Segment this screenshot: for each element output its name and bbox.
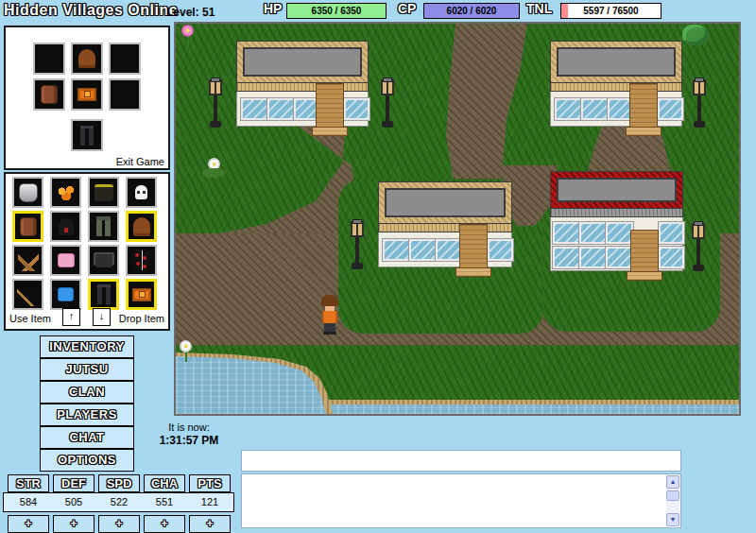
menu-button-inventory[interactable]: INVENTORY (40, 335, 134, 358)
window (267, 98, 295, 120)
up-arrow-icon: ↑ (69, 310, 75, 321)
brown-hair-icon (78, 49, 95, 68)
equip-slot-head-empty[interactable] (33, 43, 65, 75)
use-item-button[interactable]: Use Item (9, 313, 51, 324)
window (409, 239, 437, 261)
lamp-head (381, 79, 394, 95)
player-torso (322, 311, 337, 323)
lamp-pole (386, 95, 389, 121)
inv-slot-skull-mask[interactable] (126, 177, 157, 208)
inv-slot-nunchucks[interactable] (12, 245, 43, 276)
inv-slot-brown-gloves-equipped[interactable] (12, 211, 43, 242)
menu-button-chat[interactable]: CHAT (40, 426, 134, 449)
inv-slot-brown-hair-equipped[interactable] (126, 211, 157, 242)
lamp-pole (214, 95, 217, 121)
scrollbar-up-button[interactable]: ▲ (666, 475, 679, 489)
stat-value-pts: 121 (190, 496, 230, 507)
equip-slot-pants[interactable] (71, 119, 103, 151)
house-roof (243, 47, 362, 77)
inv-slot-black-hair[interactable] (50, 211, 81, 242)
stat-value-spd: 522 (99, 496, 139, 507)
inv-slot-blue-shirt[interactable] (50, 279, 81, 310)
equip-slot-empty-1[interactable] (109, 43, 141, 75)
drop-item-button[interactable]: Drop Item (119, 313, 164, 324)
game-map[interactable] (174, 22, 741, 416)
house-roof (557, 178, 677, 202)
menu-button-jutsu[interactable]: JUTSU (40, 358, 134, 381)
increase-pts-button[interactable]: + (189, 515, 231, 533)
black-hair-icon (59, 218, 74, 235)
inv-slot-pink-shirt[interactable] (50, 245, 81, 276)
black-robe-red-clouds-icon (133, 250, 149, 270)
orange-belt-icon (132, 288, 151, 301)
inv-slot-orange-belt-equipped[interactable] (126, 279, 157, 310)
window (383, 239, 410, 261)
house-door (629, 83, 658, 129)
equip-slot-belt[interactable] (71, 78, 103, 111)
equip-slot-empty-2[interactable] (109, 78, 141, 111)
house-wall (550, 92, 682, 127)
scrollbar-down-button[interactable]: ▼ (666, 513, 679, 526)
house-wall (550, 217, 683, 271)
stat-value-def: 505 (54, 496, 94, 507)
tnl-value: 5597 / 76500 (583, 6, 638, 16)
tnl-bar: 5597 / 76500 (560, 3, 662, 19)
inv-slot-dark-shoulder-armor[interactable] (88, 245, 119, 276)
chat-input[interactable] (241, 450, 681, 472)
scroll-up-button[interactable]: ↑ (62, 308, 80, 326)
inv-slot-dark-pants-equipped[interactable] (88, 279, 119, 310)
flower-stem (187, 37, 189, 46)
inv-slot-silver-chest-armor[interactable] (12, 177, 43, 208)
equip-slot-gloves[interactable] (33, 78, 65, 111)
inv-slot-gold-ore[interactable] (50, 177, 81, 208)
window (344, 98, 369, 120)
inventory-panel: Use Item ↑ ↓ Drop Item (4, 172, 170, 331)
increase-cha-button[interactable]: + (144, 515, 185, 533)
inv-slot-wooden-staff[interactable] (12, 279, 43, 310)
brown-gloves-icon (41, 85, 58, 104)
increase-def-button[interactable]: + (53, 515, 94, 533)
house-top-right (550, 41, 682, 127)
stat-value-cha: 551 (145, 496, 184, 507)
house-door (630, 230, 659, 273)
house-roof (385, 188, 506, 217)
inv-slot-dark-armor-yellow[interactable] (88, 177, 119, 208)
skull-mask-icon (135, 185, 147, 199)
lamp-pole (697, 95, 701, 121)
pink-flower-icon (181, 25, 194, 46)
scroll-down-arrow-icon: ▼ (670, 516, 677, 523)
house-fascia (550, 209, 683, 217)
window (579, 222, 607, 244)
window (241, 98, 268, 120)
lamp-base (694, 121, 705, 128)
window (658, 98, 683, 120)
equip-slot-hair[interactable] (71, 43, 103, 75)
stat-header-str: STR (8, 474, 49, 492)
lamp-base (210, 121, 221, 128)
house-door (316, 83, 344, 129)
menu-button-options[interactable]: OPTIONS (40, 449, 134, 472)
chat-log[interactable]: ▲ ▼ (241, 473, 681, 528)
house-wall (236, 92, 369, 127)
wooden-staff-icon (17, 284, 40, 306)
hp-label: HP (264, 1, 282, 16)
menu-button-clan[interactable]: CLAN (40, 381, 134, 404)
scroll-down-button[interactable]: ↓ (93, 308, 111, 326)
lamp-post-icon (692, 79, 707, 130)
stat-header-def: DEF (53, 474, 94, 492)
inv-slot-green-pants[interactable] (88, 211, 119, 242)
lamp-pole (696, 239, 700, 265)
lamp-base (352, 263, 363, 269)
menu-button-players[interactable]: PLAYERS (40, 404, 134, 426)
inv-slot-black-robe[interactable] (126, 245, 157, 276)
chat-scrollbar[interactable]: ▲ ▼ (666, 475, 679, 526)
house-fascia (550, 83, 682, 92)
lamp-head (692, 223, 705, 239)
increase-spd-button[interactable]: + (98, 515, 140, 533)
increase-str-button[interactable]: + (8, 515, 49, 533)
tnl-label: TNL (526, 1, 552, 16)
exit-game-button[interactable]: Exit Game (116, 156, 164, 167)
flower-leaves (202, 168, 225, 178)
dark-armor-yellow-icon (94, 184, 113, 201)
scrollbar-thumb[interactable] (666, 490, 679, 501)
